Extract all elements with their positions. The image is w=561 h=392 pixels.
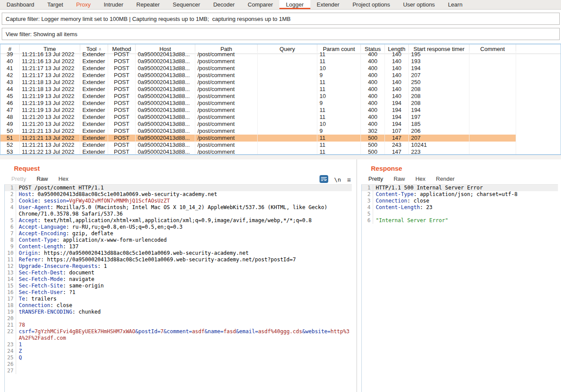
response-tab-pretty[interactable]: Pretty [363, 174, 388, 185]
line-text: "Internal Server Error" [373, 217, 558, 224]
capture-filter-bar[interactable]: Capture filter: Logger memory limit set … [2, 13, 560, 25]
cell-tool: Extender [80, 79, 108, 86]
cell-method: POST [108, 65, 136, 72]
cell-time: 11:21:21 13 Jul 2022 [20, 128, 80, 135]
main-tab-user-options[interactable]: User options [397, 0, 442, 9]
cell-time: 11:21:16 13 Jul 2022 [20, 51, 80, 58]
editor-line: 3Cookie: session=VgFWy4D2vMfON7vMNMhjQ1S… [5, 198, 352, 204]
request-tab-hex[interactable]: Hex [53, 174, 74, 185]
cell-length: 140 [385, 86, 409, 93]
line-number: 12 [5, 263, 16, 270]
main-tab-extender[interactable]: Extender [310, 0, 346, 9]
cell-time: 11:21:19 13 Jul 2022 [20, 93, 80, 100]
log-row-53[interactable]: 5311:21:22 13 Jul 2022ExtenderPOST0a9500… [0, 149, 561, 155]
log-row-42[interactable]: 4211:21:17 13 Jul 2022ExtenderPOST0a9500… [0, 72, 561, 79]
log-row-44[interactable]: 4411:21:18 13 Jul 2022ExtenderPOST0a9500… [0, 86, 561, 93]
cell-start-response-timer: 10241 [409, 142, 469, 149]
cell-tool: Extender [80, 128, 108, 135]
log-row-48[interactable]: 4811:21:20 13 Jul 2022ExtenderPOST0a9500… [0, 114, 561, 121]
cell-host: 0a9500020413d88... [136, 58, 195, 65]
main-tab-decoder[interactable]: Decoder [207, 0, 241, 9]
newline-icon[interactable]: \n [334, 176, 341, 183]
main-tab-sequencer[interactable]: Sequencer [166, 0, 207, 9]
cell-param-count: 10 [317, 93, 361, 100]
cell-: 52 [0, 142, 20, 149]
cell-query [258, 86, 317, 93]
response-tab-raw[interactable]: Raw [388, 174, 410, 185]
cell-start-response-timer: 195 [409, 51, 469, 58]
cell-param-count: 9 [317, 128, 361, 135]
log-row-40[interactable]: 4011:21:16 13 Jul 2022ExtenderPOST0a9500… [0, 58, 561, 65]
main-tab-repeater[interactable]: Repeater [130, 0, 166, 9]
line-number: 6 [362, 217, 373, 224]
cell-status: 400 [361, 93, 385, 100]
log-row-46[interactable]: 4611:21:19 13 Jul 2022ExtenderPOST0a9500… [0, 100, 561, 107]
cell-length: 147 [385, 149, 409, 155]
cell-method: POST [108, 149, 136, 155]
cell-method: POST [108, 72, 136, 79]
log-row-cells: 4411:21:18 13 Jul 2022ExtenderPOST0a9500… [0, 86, 516, 93]
line-number: 4 [362, 204, 373, 211]
main-tab-proxy[interactable]: Proxy [70, 0, 97, 9]
log-row-52[interactable]: 5211:21:21 13 Jul 2022ExtenderPOST0a9500… [0, 142, 561, 149]
main-tab-logger[interactable]: Logger [279, 0, 310, 9]
response-tab-hex[interactable]: Hex [410, 174, 431, 185]
log-row-49[interactable]: 4911:21:20 13 Jul 2022ExtenderPOST0a9500… [0, 121, 561, 128]
line-text: Accept-Encoding: gzip, deflate [16, 230, 352, 237]
response-editor[interactable]: 1HTTP/1.1 500 Internal Server Error2Cont… [361, 184, 558, 392]
main-tab-comparer[interactable]: Comparer [241, 0, 279, 9]
log-row-50[interactable]: 5011:21:21 13 Jul 2022ExtenderPOST0a9500… [0, 128, 561, 135]
editor-line: 24Z [5, 348, 352, 355]
cell-: 46 [0, 100, 20, 107]
line-text: Cookie: session=VgFWy4D2vMfON7vMNMhjQ1Sc… [16, 198, 352, 204]
editor-line: 19tRANSFER-ENCODING: chunked [5, 309, 352, 315]
cell-start-response-timer: 194 [409, 65, 469, 72]
cell-comment [469, 72, 516, 79]
cell-status: 400 [361, 79, 385, 86]
main-tab-project-options[interactable]: Project options [346, 0, 397, 9]
cell-query [258, 128, 317, 135]
main-tabbar: DashboardTargetProxyIntruderRepeaterSequ… [0, 0, 561, 10]
menu-icon[interactable]: ≡ [347, 176, 350, 183]
line-number: 18 [5, 302, 16, 309]
cell-path: /post/comment [195, 100, 258, 107]
main-tab-intruder[interactable]: Intruder [97, 0, 130, 9]
log-row-45[interactable]: 4511:21:19 13 Jul 2022ExtenderPOST0a9500… [0, 93, 561, 100]
editor-line: 1POST /post/comment HTTP/1.1 [5, 185, 352, 191]
request-tab-pretty[interactable]: Pretty [6, 174, 31, 185]
cell-comment [469, 114, 516, 121]
main-tab-learn[interactable]: Learn [442, 0, 469, 9]
editor-line: 22csrf=7gYzhMCiFvi4gBEyUEEk7HmHSHM7xWAO&… [5, 328, 352, 341]
editor-line: 9Content-Length: 137 [5, 243, 352, 250]
request-tab-raw[interactable]: Raw [31, 174, 53, 185]
cell-time: 11:21:20 13 Jul 2022 [20, 114, 80, 121]
line-text: Sec-Fetch-Site: same-origin [16, 283, 352, 289]
main-tab-dashboard[interactable]: Dashboard [0, 0, 41, 9]
log-row-41[interactable]: 4111:21:17 13 Jul 2022ExtenderPOST0a9500… [0, 65, 561, 72]
log-row-cells: 5311:21:22 13 Jul 2022ExtenderPOST0a9500… [0, 149, 516, 155]
cell-: 43 [0, 79, 20, 86]
log-row-51[interactable]: 5111:21:21 13 Jul 2022ExtenderPOST0a9500… [0, 135, 561, 142]
row-filler [516, 72, 561, 79]
log-row-43[interactable]: 4311:21:18 13 Jul 2022ExtenderPOST0a9500… [0, 79, 561, 86]
main-tab-target[interactable]: Target [41, 0, 70, 9]
log-row-47[interactable]: 4711:21:19 13 Jul 2022ExtenderPOST0a9500… [0, 107, 561, 114]
line-number: 20 [5, 315, 16, 322]
cell-: 51 [0, 135, 20, 142]
cell-time: 11:21:17 13 Jul 2022 [20, 72, 80, 79]
word-wrap-icon[interactable] [320, 175, 328, 184]
log-row-cells: 4811:21:20 13 Jul 2022ExtenderPOST0a9500… [0, 114, 516, 121]
cell-tool: Extender [80, 114, 108, 121]
cell-comment [469, 135, 516, 142]
response-tab-render[interactable]: Render [431, 174, 460, 185]
cell-host: 0a9500020413d88... [136, 107, 195, 114]
view-filter-bar[interactable]: View filter: Showing all items [2, 28, 560, 40]
log-row-39[interactable]: 3911:21:16 13 Jul 2022ExtenderPOST0a9500… [0, 51, 561, 58]
cell-status: 400 [361, 100, 385, 107]
horizontal-splitter[interactable] [0, 155, 561, 159]
request-editor[interactable]: 1POST /post/comment HTTP/1.12Host: 0a950… [4, 184, 352, 392]
editor-line: 8Content-Type: application/x-www-form-ur… [5, 237, 352, 243]
line-number: 5 [5, 217, 16, 224]
cell-time: 11:21:17 13 Jul 2022 [20, 65, 80, 72]
cell-tool: Extender [80, 107, 108, 114]
